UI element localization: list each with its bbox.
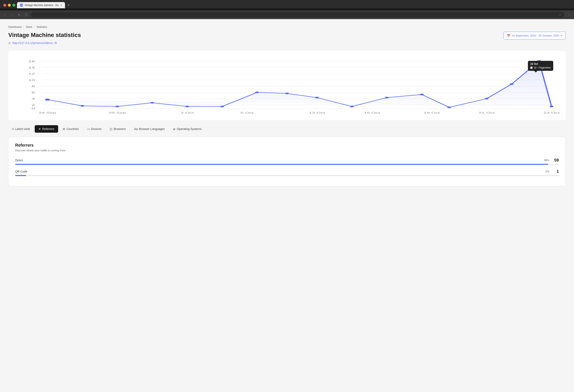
tab-browsers[interactable]: ◫ Browsers: [106, 125, 129, 133]
referrer-qrcode-progress-bg: [15, 175, 559, 176]
info-button[interactable]: ⓘ: [24, 13, 29, 17]
tab-browsers-label: Browsers: [114, 127, 126, 131]
svg-text:13 Oct: 13 Oct: [309, 111, 325, 114]
breadcrumb-dashboard[interactable]: Dashboard: [8, 25, 21, 28]
svg-text:21 Oct: 21 Oct: [479, 111, 495, 114]
referrers-card: Referrers Discover where your traffic is…: [8, 137, 566, 186]
store-link-row: ⊙ http://127.0.0.1/qrmenu/s/demo ⧉: [8, 41, 566, 45]
referrer-direct-pct: 98%: [544, 159, 549, 162]
svg-text:14: 14: [28, 66, 35, 69]
referrer-qrcode-progress-fill: [15, 175, 26, 176]
svg-text:6: 6: [32, 91, 35, 94]
pageviews-chart: 16 14 12 10 8 6 4 2 0: [12, 57, 562, 115]
svg-text:16: 16: [28, 60, 35, 63]
svg-text:4: 4: [32, 97, 35, 100]
tab-referrers-label: Referrers: [42, 127, 54, 131]
forward-button[interactable]: →: [10, 13, 15, 16]
page-content: Dashboard › Store › Statistics Vintage M…: [0, 19, 574, 392]
svg-text:24 Sep: 24 Sep: [39, 111, 56, 114]
svg-point-25: [255, 92, 259, 93]
copy-icon[interactable]: ⧉: [55, 41, 57, 45]
svg-point-29: [385, 97, 389, 98]
tab-countries[interactable]: ⊕ Countries: [59, 125, 83, 133]
breadcrumb-sep-2: ›: [34, 25, 35, 28]
referrer-qrcode-header: QR Code 2% 1: [15, 169, 559, 174]
referrers-subtitle: Discover where your traffic is coming fr…: [15, 149, 559, 152]
svg-point-30: [420, 94, 424, 95]
tab-countries-label: Countries: [66, 127, 79, 131]
svg-text:12: 12: [28, 72, 35, 75]
svg-point-19: [45, 99, 50, 101]
tab-favicon: VM: [20, 4, 23, 7]
breadcrumb: Dashboard › Store › Statistics: [8, 25, 566, 28]
fullscreen-button[interactable]: [12, 4, 15, 7]
referrers-icon: ✕: [39, 127, 41, 131]
chevron-down-icon: ▾: [561, 34, 562, 37]
devices-icon: ▭: [87, 127, 90, 131]
page-header: Vintage Machine statistics 📅 24 Septembe…: [8, 32, 566, 40]
svg-point-26: [285, 93, 289, 94]
countries-icon: ⊕: [63, 127, 65, 131]
calendar-icon: 📅: [507, 34, 510, 37]
svg-text:19 Oct: 19 Oct: [424, 111, 440, 114]
referrer-row-direct: Direct 98% 59: [15, 158, 559, 165]
tab-latest-visits[interactable]: ≡ Latest visits: [8, 125, 34, 133]
breadcrumb-statistics: Statistics: [36, 25, 47, 28]
browser-tabs: VM Vintage Machine statistics - Ea ✕ +: [17, 2, 72, 8]
reload-button[interactable]: ↻: [17, 13, 21, 16]
svg-point-27: [315, 97, 319, 98]
tab-browser-languages-label: Browser Languages: [139, 127, 165, 131]
svg-point-22: [150, 102, 154, 103]
external-link-icon: ⊙: [8, 41, 11, 45]
tab-operating-systems[interactable]: ≣ Operating Systems: [169, 125, 205, 133]
svg-text:2: 2: [32, 103, 35, 106]
close-button[interactable]: [3, 4, 6, 7]
referrer-direct-count: 59: [553, 158, 559, 163]
svg-point-20: [80, 105, 84, 107]
referrer-direct-header: Direct 98% 59: [15, 158, 559, 163]
date-picker-button[interactable]: 📅 24 September, 2020 - 25 October, 2020 …: [503, 32, 566, 40]
page-title: Vintage Machine statistics: [8, 32, 81, 39]
breadcrumb-sep-1: ›: [23, 25, 24, 28]
store-url-link[interactable]: http://127.0.0.1/qrmenu/s/demo: [12, 41, 53, 45]
stats-tabs: ≡ Latest visits ✕ Referrers ⊕ Countries …: [8, 125, 566, 133]
svg-point-21: [115, 106, 119, 107]
minimize-button[interactable]: [8, 4, 11, 7]
new-tab-button[interactable]: +: [65, 2, 72, 8]
referrer-qrcode-count: 1: [553, 169, 559, 174]
tab-browser-languages[interactable]: Aa Browser Languages: [130, 125, 169, 133]
tab-devices[interactable]: ▭ Devices: [83, 125, 105, 133]
referrer-direct-progress-bg: [15, 164, 559, 165]
referrer-direct-progress-fill: [15, 164, 548, 165]
referrer-qrcode-name: QR Code: [15, 170, 27, 173]
browser-titlebar: VM Vintage Machine statistics - Ea ✕ +: [3, 2, 571, 8]
bookmark-icon[interactable]: ☆: [559, 13, 561, 16]
address-bar[interactable]: ☆: [31, 12, 564, 18]
svg-point-33: [510, 83, 513, 85]
referrer-row-qrcode: QR Code 2% 1: [15, 169, 559, 176]
svg-text:23 Oct: 23 Oct: [543, 111, 560, 114]
referrer-direct-right: 98% 59: [544, 158, 559, 163]
svg-point-28: [350, 106, 354, 107]
svg-point-23: [185, 106, 189, 107]
breadcrumb-store[interactable]: Store: [26, 25, 32, 28]
svg-text:15 Oct: 15 Oct: [364, 111, 380, 114]
browser-chrome: VM Vintage Machine statistics - Ea ✕ +: [0, 0, 574, 8]
active-tab[interactable]: VM Vintage Machine statistics - Ea ✕: [17, 2, 65, 8]
svg-text:10: 10: [28, 79, 35, 82]
referrer-qrcode-pct: 2%: [545, 170, 549, 173]
svg-point-31: [447, 106, 451, 108]
operating-systems-icon: ≣: [173, 127, 175, 131]
tab-close-icon[interactable]: ✕: [60, 4, 62, 7]
browser-languages-icon: Aa: [134, 127, 138, 131]
menu-button[interactable]: ⋮: [567, 13, 572, 16]
browsers-icon: ◫: [110, 127, 112, 131]
svg-text:5 Oct: 5 Oct: [241, 111, 254, 114]
back-button[interactable]: ←: [2, 13, 7, 16]
svg-point-35: [550, 106, 554, 107]
referrer-direct-name: Direct: [15, 159, 23, 162]
tab-referrers[interactable]: ✕ Referrers: [35, 125, 58, 133]
latest-visits-icon: ≡: [12, 127, 14, 131]
tab-latest-visits-label: Latest visits: [15, 127, 30, 131]
tab-operating-systems-label: Operating Systems: [177, 127, 202, 131]
